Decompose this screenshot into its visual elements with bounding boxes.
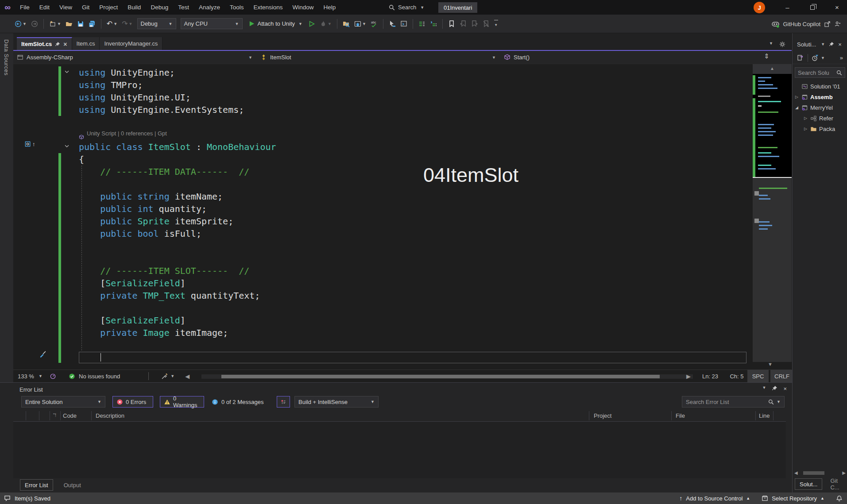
interactive-window-button[interactable] (399, 18, 408, 30)
solution-search-input[interactable]: Search Solu (795, 67, 845, 78)
codelens-info[interactable]: Unity Script | 0 references | Gpt (79, 128, 753, 141)
menu-view[interactable]: View (54, 0, 77, 15)
scroll-up-icon[interactable]: ▲ (753, 64, 792, 74)
fold-chevron-icon[interactable] (64, 69, 70, 75)
error-list-body[interactable] (13, 422, 786, 478)
menu-debug[interactable]: Debug (146, 0, 173, 15)
menu-window[interactable]: Window (288, 0, 319, 15)
multiline-description-toggle[interactable] (277, 396, 290, 408)
scroll-left-icon[interactable]: ◀ (185, 373, 190, 380)
tree-item-packa[interactable]: ▷Packa (793, 123, 847, 134)
menu-build[interactable]: Build (123, 0, 146, 15)
solution-home-button[interactable]: ▼ (353, 18, 367, 30)
select-repository-button[interactable]: Select Repository ▲ (762, 495, 824, 502)
find-in-files-button[interactable] (342, 18, 351, 30)
bookmark-button[interactable] (447, 18, 456, 30)
error-list-search-input[interactable]: Search Error List ▼ (682, 396, 785, 408)
save-button[interactable] (76, 18, 85, 30)
menu-test[interactable]: Test (173, 0, 194, 15)
split-editor-handle[interactable]: ⇕ (764, 52, 770, 60)
doc-tab-itemslot-cs[interactable]: ItemSlot.cs× (17, 37, 72, 50)
doc-tab-item-cs[interactable]: Item.cs (72, 37, 100, 50)
menu-edit[interactable]: Edit (35, 0, 54, 15)
close-icon[interactable]: × (63, 41, 67, 48)
menu-file[interactable]: File (15, 0, 35, 15)
messages-toggle[interactable]: 0 of 2 Messages (212, 396, 263, 408)
code-editor[interactable]: ↑ using UnityEngine;using TMPro;using Un… (13, 64, 753, 369)
chevron-down-icon[interactable]: ▼ (821, 42, 825, 46)
feedback-person-icon[interactable] (834, 21, 841, 27)
document-health-icon[interactable] (50, 373, 56, 380)
search-control[interactable]: Search ▼ (389, 0, 424, 15)
bell-icon[interactable] (836, 495, 843, 502)
expander-icon[interactable]: ▷ (794, 95, 799, 99)
zoom-dropdown[interactable]: 133 % ▼ (13, 373, 50, 380)
sync-active-document-icon[interactable] (797, 54, 804, 62)
pin-icon[interactable] (829, 42, 834, 47)
menu-help[interactable]: Help (319, 0, 341, 15)
expander-icon[interactable]: ▷ (803, 116, 808, 120)
chevron-down-icon[interactable]: ▼ (762, 385, 766, 392)
play-outline-button[interactable] (307, 18, 316, 30)
window-title[interactable]: 01Inventari (438, 2, 477, 13)
project-dropdown[interactable]: Assembly-CSharp ▼ (13, 51, 257, 64)
tab-list-chevron-icon[interactable]: ▼ (769, 41, 773, 47)
feedback-bubble-icon[interactable] (4, 495, 11, 502)
dock-tab-error-list[interactable]: Error List (20, 479, 53, 491)
horizontal-scrollbar[interactable] (201, 374, 693, 379)
nav-back-button[interactable]: ▼ (14, 18, 27, 30)
scroll-left-icon[interactable]: ◀ (794, 470, 798, 475)
open-folder-button[interactable] (65, 18, 73, 30)
minimize-button[interactable]: – (777, 0, 797, 15)
line-endings-indicator[interactable]: CRLF (770, 370, 793, 382)
pin-icon[interactable] (772, 385, 777, 392)
spaces-indicator[interactable]: SPC (747, 370, 769, 382)
pointer-line-button[interactable] (388, 18, 397, 30)
gear-icon[interactable] (779, 41, 785, 47)
scroll-down-icon[interactable]: ▼ (768, 362, 773, 367)
undo-button[interactable]: ↶▼ (106, 18, 118, 30)
dock-tab-git-c-[interactable]: Git C... (826, 478, 847, 490)
scroll-right-icon[interactable]: ▶ (686, 373, 691, 380)
toolbar-overflow-button[interactable]: ▼ (493, 18, 499, 30)
avatar[interactable]: J (754, 2, 765, 13)
scrollbar-thumb[interactable] (803, 471, 824, 475)
close-button[interactable]: × (827, 0, 847, 15)
tree-item-assemb[interactable]: ▷Assemb (793, 92, 847, 102)
add-to-source-control-button[interactable]: ↑ Add to Source Control ▲ (679, 495, 750, 502)
fold-chevron-icon[interactable] (64, 143, 70, 149)
inline-hint-icon[interactable]: ↑ (25, 141, 35, 147)
scroll-right-icon[interactable]: ▶ (842, 470, 846, 475)
type-dropdown[interactable]: ItemSlot ▼ (257, 51, 500, 64)
dock-tab-output[interactable]: Output (59, 479, 85, 491)
menu-tools[interactable]: Tools (225, 0, 249, 15)
scrollbar-thumb[interactable] (221, 375, 660, 378)
attach-to-unity-button[interactable]: Attach to Unity▼ (248, 20, 302, 27)
column-header-file[interactable]: File (676, 412, 685, 419)
indent-next-button[interactable] (429, 18, 438, 30)
errors-toggle[interactable]: 0 Errors (112, 396, 153, 408)
expander-icon[interactable]: ◢ (794, 105, 799, 110)
filter-dropdown[interactable]: Build + IntelliSense ▼ (294, 396, 379, 408)
data-sources-tab[interactable]: Data Sources (3, 33, 9, 76)
column-header-line[interactable]: Line (759, 412, 770, 419)
code-cleanup-icon[interactable]: ▼ (161, 373, 174, 380)
new-project-button[interactable]: ▼ (48, 18, 62, 30)
scope-dropdown[interactable]: Entire Solution ▼ (21, 396, 105, 408)
menu-extensions[interactable]: Extensions (249, 0, 288, 15)
tree-item-refer[interactable]: ▷Refer (793, 113, 847, 123)
save-all-button[interactable] (88, 18, 97, 30)
line-indicator[interactable]: Ln: 23 (697, 370, 723, 382)
overflow-chevrons-icon[interactable]: » (840, 54, 843, 61)
pending-changes-filter-icon[interactable]: ▼ (812, 54, 825, 62)
share-icon[interactable] (824, 21, 831, 27)
platform-dropdown[interactable]: Any CPU▼ (181, 18, 243, 29)
expander-icon[interactable]: ▷ (803, 127, 808, 131)
column-header-code[interactable]: Code (63, 412, 77, 419)
indent-first-button[interactable] (418, 18, 426, 30)
warnings-toggle[interactable]: 0 Warnings (160, 396, 204, 408)
copilot-label[interactable]: GitHub Copilot (783, 21, 820, 27)
dock-tab-solut-[interactable]: Solut... (795, 478, 822, 490)
quick-actions-icon[interactable] (39, 350, 46, 358)
maximize-button[interactable] (802, 0, 822, 15)
